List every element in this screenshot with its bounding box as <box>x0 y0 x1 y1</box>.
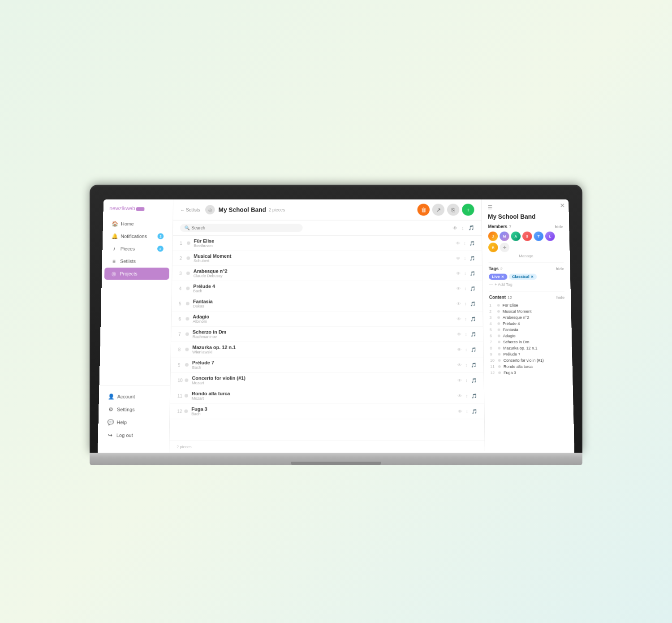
delete-button[interactable]: 🗑 <box>417 204 430 216</box>
search-input[interactable] <box>191 225 298 230</box>
content-num: 8 <box>490 346 495 350</box>
content-dot-icon <box>497 322 500 325</box>
content-label: Content <box>489 295 506 300</box>
add-tag-button[interactable]: — + Add Tag <box>489 282 564 287</box>
piece-row[interactable]: 5 Fantasia Dukas 👁 ↕ 🎵 <box>172 296 482 312</box>
content-dot-icon <box>497 304 500 307</box>
sidebar-item-setlists[interactable]: ≡ Setlists <box>105 255 170 267</box>
content-item: 1 Für Elise <box>489 302 565 308</box>
piece-row[interactable]: 6 Adagio Albinoni 👁 ↕ 🎵 <box>172 312 483 327</box>
sidebar-item-settings[interactable]: ⚙ Settings <box>101 403 167 416</box>
sidebar-item-notifications[interactable]: 🔔 Notifications 2 <box>105 230 170 242</box>
copy-button[interactable]: ⎘ <box>447 204 460 216</box>
piece-eye-icon: 👁 <box>457 301 461 306</box>
tag-classical-close[interactable]: ✕ <box>530 275 534 279</box>
tag-classical-label: Classical <box>512 275 530 279</box>
content-hide-button[interactable]: hide <box>556 295 564 299</box>
piece-note-icon: 🎵 <box>471 347 476 352</box>
content-list: 1 Für Elise 2 Musical Moment 3 Arabesque… <box>489 302 566 376</box>
piece-dot-icon <box>187 242 190 245</box>
avatar-2: M <box>500 232 509 241</box>
piece-row[interactable]: 1 Für Elise Beethoven 👁 ↕ 🎵 <box>172 236 482 251</box>
panel-close-button[interactable]: ✕ <box>560 202 565 209</box>
manage-button[interactable]: Manage <box>488 254 564 258</box>
avatar-7: R <box>488 242 498 252</box>
projects-icon: ◎ <box>111 271 117 277</box>
piece-note-icon: 🎵 <box>472 409 477 414</box>
piece-row[interactable]: 12 Fuga 3 Bach 👁 ↕ 🎵 <box>170 404 484 420</box>
piece-row[interactable]: 7 Scherzo in Dm Rachmaninov 👁 ↕ 🎵 <box>171 327 483 342</box>
tags-section-label: Tags 2 hide <box>489 266 564 271</box>
tags-hide-button[interactable]: hide <box>556 267 564 271</box>
sidebar-item-pieces[interactable]: ♪ Pieces 2 <box>105 242 170 255</box>
piece-dot-icon <box>185 378 188 382</box>
piece-number: 10 <box>177 378 185 383</box>
pieces-list: 1 Für Elise Beethoven 👁 ↕ 🎵 2 Musical Mo… <box>169 236 484 441</box>
piece-name: Concerto for violin (#1) <box>192 376 457 381</box>
piece-name: Rondo alla turca <box>192 391 458 396</box>
sidebar-item-label-setlists: Setlists <box>120 259 136 264</box>
content-item: 11 Rondo alla turca <box>490 363 566 370</box>
content-name: Mazurka op. 12 n.1 <box>503 346 537 350</box>
piece-row[interactable]: 8 Mazurka op. 12 n.1 Wieniawski 👁 ↕ 🎵 <box>171 342 483 357</box>
content-dot-icon <box>498 329 500 331</box>
sidebar-item-projects[interactable]: ◎ Projects <box>104 268 169 280</box>
piece-name: Prélude 4 <box>193 284 456 289</box>
sidebar-item-account[interactable]: 👤 Account <box>102 390 168 403</box>
sidebar-item-logout[interactable]: ↪ Log out <box>101 429 167 441</box>
back-arrow-icon: ← <box>180 208 185 212</box>
laptop-shell: newzikwebbeta 🏠 Home 🔔 Notifications 2 <box>90 185 582 465</box>
piece-row[interactable]: 2 Musical Moment Schubert 👁 ↕ 🎵 <box>172 251 482 266</box>
share-button[interactable]: ↗ <box>432 204 445 216</box>
piece-number: 1 <box>180 241 187 246</box>
piece-dot-icon <box>185 363 189 367</box>
content-num: 9 <box>490 352 495 357</box>
content-name: Arabesque n°2 <box>503 316 529 320</box>
piece-row[interactable]: 10 Concerto for violin (#1) Mozart 👁 ↕ 🎵 <box>170 373 484 388</box>
piece-row[interactable]: 11 Rondo alla turca Mozart 👁 ↕ 🎵 <box>170 388 484 404</box>
add-member-avatar[interactable]: + <box>500 242 509 252</box>
search-input-wrap[interactable]: 🔍 <box>180 224 303 232</box>
piece-name: Arabesque n°2 <box>194 268 457 274</box>
logo-web: web <box>125 205 135 211</box>
piece-name: Scherzo in Dm <box>193 329 457 335</box>
piece-row[interactable]: 4 Prélude 4 Bach 👁 ↕ 🎵 <box>172 281 482 296</box>
members-hide-button[interactable]: hide <box>555 225 563 229</box>
piece-row[interactable]: 3 Arabesque n°2 Claude Debussy 👁 ↕ 🎵 <box>172 266 482 281</box>
content-name: Fuga 3 <box>504 371 516 375</box>
sidebar-bottom: 👤 Account ⚙ Settings 💬 Help ↪ <box>98 385 170 446</box>
content-dot-icon <box>498 365 501 368</box>
laptop-base <box>90 453 582 465</box>
piece-actions: 👁 ↕ 🎵 <box>457 378 477 383</box>
tag-live-close[interactable]: ✕ <box>501 275 504 279</box>
piece-info: Prélude 4 Bach <box>193 284 457 293</box>
search-icon: 🔍 <box>184 225 190 230</box>
pieces-badge: 2 <box>157 246 164 251</box>
piece-number: 4 <box>179 286 186 291</box>
piece-note-icon: 🎵 <box>470 241 475 246</box>
add-button[interactable]: + <box>462 204 474 216</box>
back-button[interactable]: ← Setlists <box>180 208 200 212</box>
back-label: Setlists <box>186 208 200 212</box>
bell-icon: 🔔 <box>112 233 118 239</box>
piece-composer: Bach <box>192 365 457 370</box>
toolbar-actions: 🗑 ↗ ⎘ + <box>417 204 474 216</box>
panel-menu-icon[interactable]: ☰ <box>488 204 493 210</box>
sidebar-item-home[interactable]: 🏠 Home <box>105 218 170 230</box>
piece-actions: 👁 ↕ 🎵 <box>456 271 475 276</box>
sidebar-item-help[interactable]: 💬 Help <box>101 416 167 428</box>
content-item: 4 Prélude 4 <box>490 320 565 327</box>
sidebar-item-label-account: Account <box>117 394 135 399</box>
piece-eye-icon: 👁 <box>456 271 461 276</box>
tag-classical: Classical ✕ <box>509 274 537 280</box>
piece-composer: Beethoven <box>194 243 456 248</box>
content-dot-icon <box>498 341 500 343</box>
music-icon: ♪ <box>111 246 117 251</box>
project-avatar: ◎ <box>205 205 215 214</box>
content-item: 7 Scherzo in Dm <box>490 339 565 345</box>
piece-row[interactable]: 9 Prélude 7 Bach 👁 ↕ 🎵 <box>171 357 484 372</box>
piece-note-icon: 🎵 <box>471 363 476 368</box>
piece-info: Für Elise Beethoven <box>194 238 456 248</box>
sort-icon: ↕ <box>461 225 464 230</box>
piece-composer: Wieniawski <box>192 350 457 355</box>
